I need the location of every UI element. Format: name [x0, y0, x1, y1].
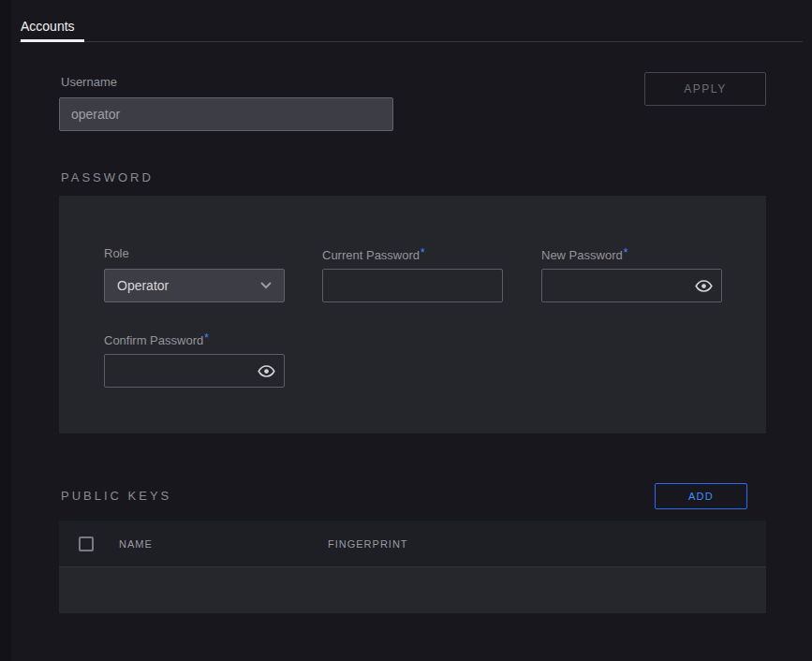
accounts-settings-page: Accounts Username APPLY PASSWORD Role Op… [0, 0, 812, 661]
eye-icon[interactable] [257, 361, 275, 380]
left-edge-strip [0, 0, 11, 661]
tab-accounts-active-underline [21, 39, 84, 42]
tab-bar-divider [19, 41, 803, 42]
current-password-label-text: Current Password [322, 248, 420, 262]
public-keys-table: NAME FINGERPRINT [59, 521, 766, 613]
role-label: Role [104, 246, 129, 260]
public-keys-table-header-row: NAME FINGERPRINT [59, 521, 766, 567]
confirm-password-label-text: Confirm Password [104, 333, 203, 347]
password-section-title: PASSWORD [61, 170, 154, 184]
new-password-label-text: New Password [541, 248, 623, 262]
tab-accounts[interactable]: Accounts [21, 19, 75, 34]
current-password-label: Current Password* [322, 246, 425, 262]
apply-button[interactable]: APPLY [644, 72, 766, 106]
username-label: Username [61, 75, 117, 89]
current-password-input[interactable] [322, 269, 503, 302]
column-header-fingerprint: FINGERPRINT [328, 538, 408, 550]
required-marker: * [624, 246, 628, 259]
required-marker: * [421, 246, 425, 259]
role-select-value: Operator [117, 278, 169, 293]
username-input[interactable] [59, 97, 393, 131]
column-header-name: NAME [119, 538, 153, 550]
add-public-key-button[interactable]: ADD [655, 483, 747, 509]
public-keys-empty-row [59, 567, 766, 613]
confirm-password-label: Confirm Password* [104, 331, 209, 347]
required-marker: * [204, 331, 209, 345]
chevron-down-icon [260, 282, 272, 289]
eye-icon[interactable] [694, 276, 713, 295]
role-select[interactable]: Operator [104, 269, 285, 302]
public-keys-section-title: PUBLIC KEYS [61, 489, 171, 503]
new-password-label: New Password* [541, 246, 627, 262]
select-all-checkbox[interactable] [79, 536, 94, 551]
password-panel: Role Operator Current Password* New Pass… [59, 196, 766, 433]
